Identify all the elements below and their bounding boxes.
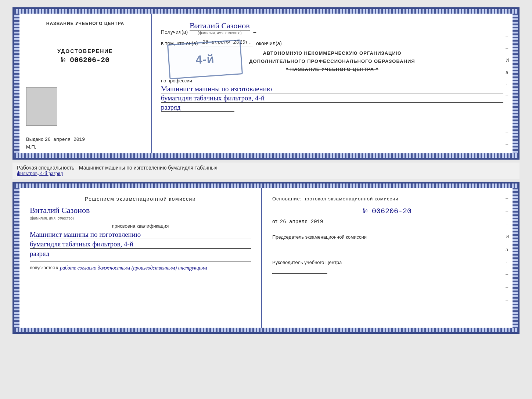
okonchil-label: окончил(а) bbox=[256, 40, 282, 46]
protocol-number: № 006206-20 bbox=[272, 207, 502, 215]
predsedatel-block: Председатель экзаменационной комиссии bbox=[272, 234, 502, 248]
bottom-certificate: Решением экзаменационной комиссии Витали… bbox=[12, 182, 520, 334]
top-decoration bbox=[14, 9, 518, 14]
bdash-r7: – bbox=[506, 271, 510, 277]
stamp-overlay: 4-й bbox=[167, 39, 243, 79]
dopuskaetsya-text: работе согласно должностным (производств… bbox=[60, 265, 207, 271]
dash-r2: – bbox=[506, 33, 510, 39]
left-decoration bbox=[14, 14, 19, 153]
cert-number-top: № 006206-20 bbox=[61, 56, 109, 64]
bdash-r1: – bbox=[506, 195, 510, 201]
qual-line2: бумагидля табачных фильтров, 4-й bbox=[30, 240, 251, 249]
poluchil-prefix: Получил(а) bbox=[161, 29, 188, 35]
bdash-r8: – bbox=[506, 284, 510, 290]
vydano-date: 26 апреля 2019 bbox=[45, 137, 85, 142]
top-right-panel: Получил(а) Виталий Сазонов (фамилия, имя… bbox=[152, 14, 513, 153]
middle-text-2: фильтров, 4-й разряд bbox=[17, 171, 63, 176]
dash-r10: – bbox=[506, 129, 510, 135]
middle-text-line2: фильтров, 4-й разряд bbox=[17, 171, 515, 177]
dopuskaetsya-line: допускается к работе согласно должностны… bbox=[30, 265, 251, 271]
fio-handwriting: Виталий Сазонов bbox=[30, 206, 90, 216]
fio-block: Виталий Сазонов (фамилия, имя, отчество) bbox=[30, 206, 251, 220]
bottom-right-dashes: – – – И а ← – – – – – bbox=[506, 195, 510, 328]
top-left-panel: НАЗВАНИЕ УЧЕБНОГО ЦЕНТРА УДОСТОВЕРЕНИЕ №… bbox=[19, 14, 152, 153]
osnovaniye-text: Основание: протокол экзаменационной коми… bbox=[272, 196, 502, 202]
po-professii-label: по профессии bbox=[161, 78, 503, 83]
bottom-left-deco bbox=[14, 188, 19, 328]
stamp-text-1: 4-й bbox=[195, 50, 215, 68]
dash-r9: – bbox=[506, 117, 510, 122]
middle-text-block: Рабочая специальность - Машинист машины … bbox=[12, 163, 520, 179]
dopuskaetsya-prefix: допускается к bbox=[30, 265, 58, 270]
recipient-block: Виталий Сазонов (фамилия, имя, отчество) bbox=[190, 21, 249, 35]
dash-r6: ← bbox=[506, 82, 510, 86]
rukovoditel-label: Руководитель учебного Центра bbox=[272, 259, 502, 266]
dash-r7: – bbox=[506, 93, 510, 98]
dash-r4: И bbox=[506, 57, 510, 63]
qual-line3: разряд bbox=[30, 250, 122, 258]
profession-line2: бумагидля табачных фильтров, 4-й bbox=[161, 94, 503, 103]
org-block: АВТОНОМНУЮ НЕКОММЕРЧЕСКУЮ ОРГАНИЗАЦИЮ ДО… bbox=[161, 49, 503, 74]
bottom-panels-row: Решением экзаменационной комиссии Витали… bbox=[14, 188, 518, 328]
training-center-title: НАЗВАНИЕ УЧЕБНОГО ЦЕНТРА bbox=[46, 21, 124, 26]
bdash-r6: ← bbox=[506, 260, 510, 264]
udostoverenie-label: УДОСТОВЕРЕНИЕ bbox=[57, 48, 113, 54]
stamp-inner: 4-й bbox=[193, 49, 217, 70]
bottom-right-deco bbox=[513, 188, 518, 328]
prisvoyena-text: присвоена квалификация bbox=[30, 223, 251, 229]
vydano-label: Выдано bbox=[26, 136, 43, 142]
rukovoditel-signature-line bbox=[272, 273, 327, 274]
poluchil-line: Получил(а) Виталий Сазонов (фамилия, имя… bbox=[161, 21, 503, 35]
bdash-r4: И bbox=[506, 234, 510, 239]
right-decoration bbox=[513, 14, 518, 153]
bdash-r11: – bbox=[506, 323, 510, 328]
ot-prefix: от bbox=[272, 218, 277, 224]
predsedatel-label: Председатель экзаменационной комиссии bbox=[272, 234, 502, 241]
qual-line1: Машинист машины по изготовлению bbox=[30, 231, 251, 239]
rukovoditel-block: Руководитель учебного Центра bbox=[272, 259, 502, 274]
mp-label: М.П. bbox=[26, 144, 36, 150]
vydano-line: Выдано 26 апреля 2019 bbox=[26, 136, 145, 142]
ot-date: 26 апреля 2019 bbox=[280, 219, 323, 225]
bdash-r3: – bbox=[506, 221, 510, 227]
predsedatel-signature-line bbox=[272, 248, 327, 248]
resheniem-text: Решением экзаменационной комиссии bbox=[30, 196, 251, 202]
dash-r3: – bbox=[506, 45, 510, 51]
middle-text-1: Рабочая специальность - Машинист машины … bbox=[17, 165, 217, 171]
dash1: – bbox=[254, 29, 256, 35]
dash-r8: – bbox=[506, 105, 510, 110]
profession-line1: Машинист машины по изготовлению bbox=[161, 85, 503, 93]
right-side-dashes: – – – И а ← – – – – – bbox=[506, 21, 510, 147]
bdash-r10: – bbox=[506, 310, 510, 316]
fio-sublabel: (фамилия, имя, отчество) bbox=[30, 216, 74, 220]
dash-r1: – bbox=[506, 21, 510, 26]
bottom-left-panel: Решением экзаменационной комиссии Витали… bbox=[19, 188, 262, 328]
dash-r5: а bbox=[506, 70, 510, 75]
bdash-r5: а bbox=[506, 247, 510, 252]
recipient-sublabel: (фамилия, имя, отчество) bbox=[190, 31, 249, 35]
bottom-decoration-top bbox=[14, 153, 518, 158]
document-container: НАЗВАНИЕ УЧЕБНОГО ЦЕНТРА УДОСТОВЕРЕНИЕ №… bbox=[12, 7, 520, 334]
profession-line3: разряд bbox=[161, 103, 234, 112]
bottom-top-deco bbox=[14, 184, 518, 188]
ot-date-line: от 26 апреля 2019 bbox=[272, 218, 502, 225]
top-panels-row: НАЗВАНИЕ УЧЕБНОГО ЦЕНТРА УДОСТОВЕРЕНИЕ №… bbox=[14, 14, 518, 153]
dash-r11: – bbox=[506, 141, 510, 147]
middle-text-line1: Рабочая специальность - Машинист машины … bbox=[17, 165, 515, 171]
recipient-name: Виталий Сазонов bbox=[190, 21, 249, 31]
photo-placeholder bbox=[26, 87, 57, 126]
empty-line bbox=[30, 261, 251, 261]
bottom-right-panel: Основание: протокол экзаменационной коми… bbox=[262, 188, 513, 328]
bdash-r9: – bbox=[506, 297, 510, 303]
bdash-r2: – bbox=[506, 208, 510, 214]
top-certificate: НАЗВАНИЕ УЧЕБНОГО ЦЕНТРА УДОСТОВЕРЕНИЕ №… bbox=[12, 7, 520, 160]
bottom-bottom-deco bbox=[14, 328, 518, 332]
